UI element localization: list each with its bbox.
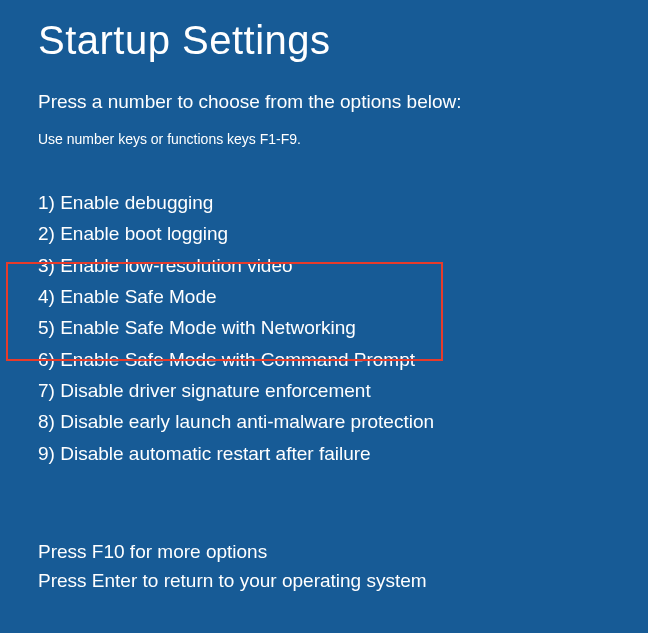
page-title: Startup Settings xyxy=(38,18,610,63)
option-8[interactable]: 8) Disable early launch anti-malware pro… xyxy=(38,406,610,437)
option-5[interactable]: 5) Enable Safe Mode with Networking xyxy=(38,312,610,343)
option-number: 4 xyxy=(38,286,49,307)
option-3[interactable]: 3) Enable low-resolution video xyxy=(38,250,610,281)
option-number: 5 xyxy=(38,317,49,338)
option-label: Enable Safe Mode with Networking xyxy=(60,317,356,338)
option-label: Disable driver signature enforcement xyxy=(60,380,371,401)
key-hint: Use number keys or functions keys F1-F9. xyxy=(38,131,610,147)
more-options-hint: Press F10 for more options xyxy=(38,538,427,567)
option-number: 8 xyxy=(38,411,49,432)
option-1[interactable]: 1) Enable debugging xyxy=(38,187,610,218)
option-number: 2 xyxy=(38,223,49,244)
option-number: 9 xyxy=(38,443,49,464)
option-number: 3 xyxy=(38,255,49,276)
option-2[interactable]: 2) Enable boot logging xyxy=(38,218,610,249)
option-label: Enable Safe Mode xyxy=(60,286,216,307)
option-label: Enable debugging xyxy=(60,192,213,213)
option-number: 6 xyxy=(38,349,49,370)
choose-instruction: Press a number to choose from the option… xyxy=(38,91,610,113)
option-6[interactable]: 6) Enable Safe Mode with Command Prompt xyxy=(38,344,610,375)
option-number: 1 xyxy=(38,192,49,213)
option-label: Enable Safe Mode with Command Prompt xyxy=(60,349,415,370)
option-9[interactable]: 9) Disable automatic restart after failu… xyxy=(38,438,610,469)
option-7[interactable]: 7) Disable driver signature enforcement xyxy=(38,375,610,406)
option-label: Enable boot logging xyxy=(60,223,228,244)
option-4[interactable]: 4) Enable Safe Mode xyxy=(38,281,610,312)
option-number: 7 xyxy=(38,380,49,401)
startup-options-list: 1) Enable debugging 2) Enable boot loggi… xyxy=(38,187,610,469)
return-hint: Press Enter to return to your operating … xyxy=(38,567,427,596)
option-label: Disable early launch anti-malware protec… xyxy=(60,411,434,432)
option-label: Disable automatic restart after failure xyxy=(60,443,370,464)
footer-instructions: Press F10 for more options Press Enter t… xyxy=(38,538,427,595)
option-label: Enable low-resolution video xyxy=(60,255,292,276)
